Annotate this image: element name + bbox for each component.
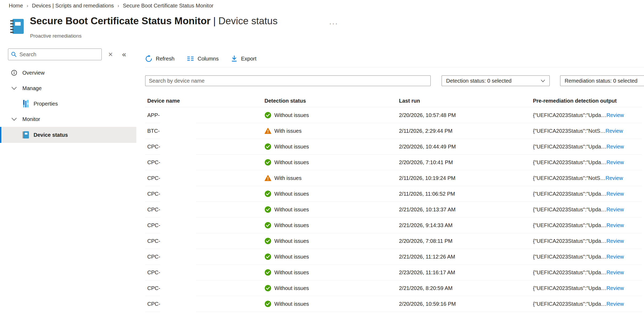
sidebar-search-input[interactable] bbox=[19, 51, 99, 58]
review-link[interactable]: Review bbox=[606, 191, 624, 197]
page-title-main: Secure Boot Certificate Status Monitor bbox=[30, 15, 210, 26]
review-link[interactable]: Review bbox=[606, 144, 624, 150]
review-link[interactable]: Review bbox=[606, 269, 624, 276]
page-title: Secure Boot Certificate Status Monitor|D… bbox=[30, 15, 278, 27]
column-header-detection-status[interactable]: Detection status bbox=[262, 98, 397, 104]
output-cell: {"UEFICA2023Status":"Upda…Review bbox=[531, 222, 642, 228]
breadcrumb-current: Secure Boot Certificate Status Monitor bbox=[123, 3, 213, 9]
detection-status-cell: Without issues bbox=[262, 300, 397, 307]
proactive-remediation-icon bbox=[10, 19, 25, 34]
output-cell: {"UEFICA2023Status":"Upda…Review bbox=[531, 301, 642, 307]
sidebar-section-manage[interactable]: Manage bbox=[0, 80, 136, 96]
more-menu-icon[interactable]: ··· bbox=[329, 20, 338, 27]
table-row[interactable]: CPC- Without issues 2/20/2026, 7:08:11 P… bbox=[145, 233, 642, 249]
output-cell: {"UEFICA2023Status":"Upda…Review bbox=[531, 159, 642, 166]
table-row[interactable]: CPC- Without issues 2/20/2026, 7:10:41 P… bbox=[145, 155, 642, 170]
detection-status-dropdown[interactable]: Detection status: 0 selected bbox=[442, 75, 550, 86]
status-label: Without issues bbox=[274, 222, 309, 228]
table-row[interactable]: BTC- With issues 2/11/2026, 2:29:44 PM {… bbox=[145, 123, 642, 139]
table-row[interactable]: CPC- Without issues 2/21/2026, 10:13:37 … bbox=[145, 202, 642, 218]
search-clear-icon[interactable]: ✕ bbox=[106, 50, 115, 59]
review-link[interactable]: Review bbox=[606, 159, 624, 166]
output-text: {"UEFICA2023Status":"NotS… bbox=[533, 175, 606, 181]
sidebar-section-label: Monitor bbox=[22, 116, 40, 122]
output-cell: {"UEFICA2023Status":"Upda…Review bbox=[531, 207, 642, 213]
table-row[interactable]: CPC- Without issues 2/21/2026, 9:14:33 A… bbox=[145, 218, 642, 233]
status-ok-icon bbox=[264, 206, 271, 213]
table-row[interactable]: CPC- Without issues 2/21/2026, 11:12:26 … bbox=[145, 249, 642, 265]
sidebar-item-properties[interactable]: Properties bbox=[0, 96, 136, 111]
sidebar-search-box[interactable] bbox=[8, 49, 102, 60]
table-row[interactable]: CPC- With issues 2/11/2026, 10:19:24 PM … bbox=[145, 170, 642, 186]
table-row[interactable]: CPC- Without issues 2/20/2026, 10:44:49 … bbox=[145, 139, 642, 155]
detection-status-cell: Without issues bbox=[262, 112, 397, 119]
output-text: {"UEFICA2023Status":"Upda… bbox=[533, 238, 606, 244]
columns-button[interactable]: Columns bbox=[187, 55, 219, 62]
output-text: {"UEFICA2023Status":"Upda… bbox=[533, 254, 606, 260]
status-ok-icon bbox=[264, 159, 271, 166]
status-ok-icon bbox=[264, 253, 271, 260]
status-label: Without issues bbox=[274, 285, 309, 291]
sidebar-section-label: Manage bbox=[22, 85, 42, 91]
last-run-cell: 2/11/2026, 2:29:44 PM bbox=[397, 128, 531, 134]
status-warning-icon bbox=[264, 128, 271, 134]
output-text: {"UEFICA2023Status":"Upda… bbox=[533, 159, 606, 166]
breadcrumb-home[interactable]: Home bbox=[9, 3, 23, 9]
output-text: {"UEFICA2023Status":"NotS… bbox=[533, 128, 606, 134]
review-link[interactable]: Review bbox=[606, 238, 624, 244]
table-row[interactable]: CPC- Without issues 2/23/2026, 11:16:17 … bbox=[145, 265, 642, 280]
table-row[interactable]: CPC- Without issues 2/11/2026, 11:06:52 … bbox=[145, 186, 642, 202]
column-header-last-run[interactable]: Last run bbox=[397, 98, 531, 104]
status-label: With issues bbox=[274, 128, 301, 134]
review-link[interactable]: Review bbox=[606, 254, 624, 260]
table-row[interactable]: CPC- Without issues 2/21/2026, 8:20:59 A… bbox=[145, 280, 642, 296]
review-link[interactable]: Review bbox=[606, 112, 624, 118]
output-cell: {"UEFICA2023Status":"Upda…Review bbox=[531, 285, 642, 291]
last-run-cell: 2/23/2026, 11:16:17 AM bbox=[397, 269, 531, 276]
column-header-device-name[interactable]: Device name bbox=[145, 98, 262, 104]
device-status-icon bbox=[22, 131, 29, 139]
review-link[interactable]: Review bbox=[606, 222, 624, 228]
device-name-redaction bbox=[160, 108, 196, 314]
sidebar-section-monitor[interactable]: Monitor bbox=[0, 111, 136, 127]
detection-status-cell: Without issues bbox=[262, 285, 397, 292]
table-row[interactable]: APP- Without issues 2/20/2026, 10:57:48 … bbox=[145, 107, 642, 123]
output-cell: {"UEFICA2023Status":"Upda…Review bbox=[531, 238, 642, 244]
refresh-icon bbox=[145, 55, 152, 62]
device-search-box[interactable] bbox=[145, 75, 431, 86]
last-run-cell: 2/20/2026, 10:57:48 PM bbox=[397, 112, 531, 118]
table-body: APP- Without issues 2/20/2026, 10:57:48 … bbox=[145, 107, 642, 314]
last-run-cell: 2/11/2026, 11:06:52 PM bbox=[397, 191, 531, 197]
status-ok-icon bbox=[264, 285, 271, 292]
detection-status-cell: With issues bbox=[262, 128, 397, 134]
export-button[interactable]: Export bbox=[231, 55, 256, 62]
detection-status-cell: Without issues bbox=[262, 222, 397, 229]
remediation-status-dropdown[interactable]: Remediation status: 0 selected bbox=[560, 75, 644, 86]
chevron-down-icon bbox=[11, 117, 18, 121]
review-link[interactable]: Review bbox=[606, 285, 624, 291]
page-title-section: Device status bbox=[218, 15, 278, 26]
toolbar: Refresh Columns bbox=[145, 50, 256, 67]
sidebar-item-overview[interactable]: Overview bbox=[0, 65, 136, 80]
review-link[interactable]: Review bbox=[606, 128, 623, 134]
detection-status-dropdown-label: Detection status: 0 selected bbox=[446, 78, 512, 84]
detection-status-cell: Without issues bbox=[262, 237, 397, 244]
sidebar-item-label: Overview bbox=[22, 70, 44, 76]
breadcrumb-devices[interactable]: Devices | Scripts and remediations bbox=[32, 3, 114, 9]
sidebar-collapse-icon[interactable]: « bbox=[119, 50, 129, 59]
review-link[interactable]: Review bbox=[606, 207, 624, 213]
last-run-cell: 2/11/2026, 10:19:24 PM bbox=[397, 175, 531, 181]
status-label: Without issues bbox=[274, 159, 309, 166]
status-label: Without issues bbox=[274, 191, 309, 197]
refresh-button[interactable]: Refresh bbox=[145, 55, 174, 62]
device-search-input[interactable] bbox=[149, 78, 427, 84]
review-link[interactable]: Review bbox=[606, 301, 624, 307]
sidebar-item-device-status[interactable]: Device status bbox=[0, 127, 136, 143]
table-row[interactable]: CPC- Without issues 2/20/2026, 10:59:16 … bbox=[145, 296, 642, 312]
last-run-cell: 2/21/2026, 9:14:33 AM bbox=[397, 222, 531, 228]
column-header-output[interactable]: Pre-remediation detection output bbox=[531, 98, 642, 104]
status-ok-icon bbox=[264, 143, 271, 150]
review-link[interactable]: Review bbox=[606, 175, 623, 181]
last-run-cell: 2/21/2026, 10:13:37 AM bbox=[397, 207, 531, 213]
main-content: Refresh Columns bbox=[145, 50, 644, 314]
